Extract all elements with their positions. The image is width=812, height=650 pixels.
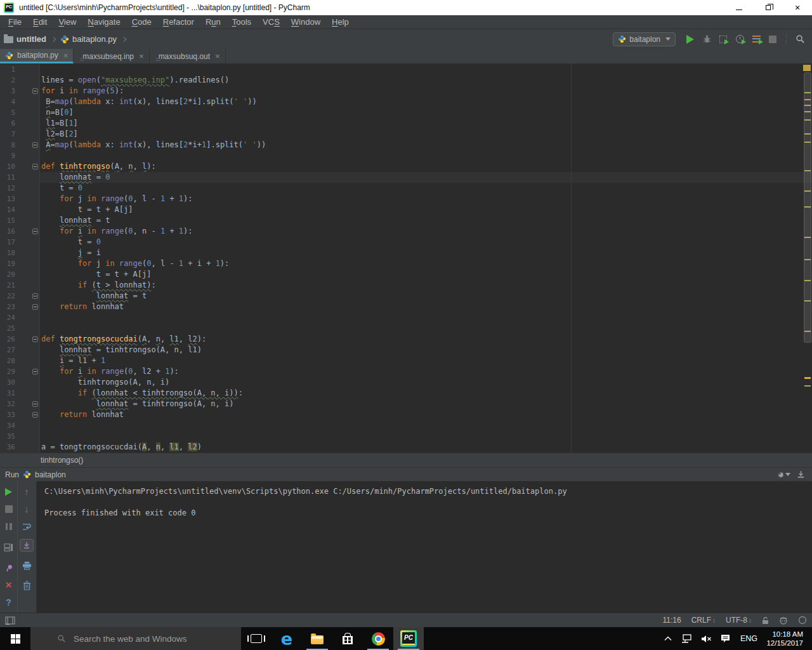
run-console-output[interactable]: C:\Users\minh\PycharmProjects\untitled\v… [37,481,812,613]
warning-stripe-mark[interactable] [804,385,811,387]
down-stack-button[interactable]: ↓ [20,503,33,515]
code-line[interactable]: 32 lonnhat = tinhtrongso(A, n, i) [0,399,812,409]
code-line[interactable]: 8 A=map(lambda x: int(x), lines[2*i+1].s… [0,140,812,150]
taskbar-search-box[interactable]: Search the web and Windows [30,627,241,650]
warning-stripe-mark[interactable] [804,133,811,135]
minimize-button[interactable] [724,0,754,15]
warning-stripe-mark[interactable] [804,111,811,112]
up-stack-button[interactable]: ↑ [20,486,33,498]
menu-window[interactable]: Window [285,16,326,28]
soft-wrap-button[interactable] [20,521,33,532]
code-line[interactable]: 7 l2=B[2] [0,129,812,140]
menu-refactor[interactable]: Refactor [157,16,200,28]
fold-marker-icon[interactable] [32,164,38,169]
code-line[interactable]: 27 lonnhat = tinhtrongso(A, n, l1) [0,345,812,355]
code-line[interactable]: 1 [0,64,812,75]
menu-edit[interactable]: Edit [27,16,53,28]
code-line[interactable]: 23 return lonnhat [0,302,812,312]
debug-button[interactable] [698,32,715,47]
stop-button[interactable] [3,503,15,515]
warning-stripe-mark[interactable] [804,99,811,100]
clear-all-button[interactable] [20,580,33,591]
code-line[interactable]: 10def tinhtrongso(A, n, l): [0,161,812,172]
breadcrumb-project[interactable]: untitled [4,34,46,44]
task-view-button[interactable] [241,627,272,650]
run-button[interactable] [682,32,698,47]
taskbar-clock[interactable]: 10:18 AM 12/15/2017 [764,630,808,647]
menu-code[interactable]: Code [126,16,157,28]
code-line[interactable]: 33 return lonnhat [0,409,812,420]
lock-toggle[interactable] [762,616,769,625]
rerun-button[interactable] [3,486,15,498]
code-line[interactable]: 4 B=map(lambda x: int(x), lines[2*i].spl… [0,96,812,107]
store-button[interactable] [332,627,363,650]
event-log-button[interactable] [798,616,807,625]
code-line[interactable]: 12 t = 0 [0,183,812,194]
help-button[interactable]: ? [3,597,15,608]
caret-position[interactable]: 11:16 [663,616,681,625]
hide-panel-button[interactable] [794,469,807,481]
warning-stripe-mark[interactable] [804,237,811,238]
pin-button[interactable] [3,562,15,574]
language-indicator[interactable]: ENG [736,634,761,643]
run-configurations-button[interactable] [748,32,764,47]
code-line[interactable]: 14 t = t + A[j] [0,204,812,215]
menu-help[interactable]: Help [326,16,355,28]
network-button[interactable] [679,634,695,643]
warning-stripe-mark[interactable] [804,206,811,208]
warning-stripe-mark[interactable] [804,92,811,93]
action-center-button[interactable] [717,634,733,643]
editor-scrollbar-thumb[interactable] [804,72,811,343]
menu-file[interactable]: File [3,16,27,28]
profiler-button[interactable] [731,32,748,47]
warning-stripe-mark[interactable] [804,119,811,121]
edge-button[interactable]: e [272,627,302,650]
code-line[interactable]: 31 if (lonnhat < tinhtrongso(A, n, i)): [0,388,812,399]
warning-stripe-mark[interactable] [804,280,811,281]
hidden-icons-button[interactable] [660,636,676,641]
hector-inspector[interactable] [779,616,788,625]
code-line[interactable]: 22 lonnhat = t [0,291,812,302]
code-line[interactable]: 9 [0,150,812,161]
code-line[interactable]: 5 n=B[0] [0,107,812,118]
run-configuration-select[interactable]: baitaplon [613,32,676,46]
code-line[interactable]: 24 [0,312,812,323]
tab-maxsubsuq.out[interactable]: maxsubsuq.out× [150,49,226,63]
toggle-toolwindows-button[interactable] [5,616,15,625]
code-line[interactable]: 2lines = open("maxsubseq.inp").readlines… [0,75,812,86]
fold-marker-icon[interactable] [32,293,38,299]
fold-marker-icon[interactable] [32,336,38,342]
warning-stripe-mark[interactable] [804,377,811,379]
code-line[interactable]: 25 [0,323,812,334]
code-line[interactable]: 16 for i in range(0, n - 1 + 1): [0,226,812,237]
close-button[interactable]: × [783,0,812,15]
code-line[interactable]: 36a = tongtrongsocucdai(A, n, l1, l2) [0,442,812,453]
fold-marker-icon[interactable] [32,412,38,418]
fold-marker-icon[interactable] [32,142,38,148]
close-button[interactable]: × [3,580,15,591]
pause-button[interactable] [3,521,15,532]
code-line[interactable]: 29 for i in range(0, l2 + 1): [0,366,812,377]
editor-breadcrumbs[interactable]: tinhtrongso() [0,453,812,467]
warning-stripe-mark[interactable] [804,170,811,171]
code-line[interactable]: 35 [0,431,812,442]
warning-stripe-mark[interactable] [804,331,811,332]
tab-close-icon[interactable]: × [139,51,144,61]
chrome-button[interactable] [363,627,393,650]
code-line[interactable]: 21 if (t > lonnhat): [0,280,812,291]
settings-button[interactable] [778,469,790,481]
restore-button[interactable] [754,0,783,15]
run-tab-label[interactable]: baitaplon [35,470,66,479]
code-line[interactable]: 20 t = t + A[j] [0,269,812,280]
code-line[interactable]: 30 tinhtrongso(A, n, i) [0,377,812,388]
tab-maxsubseq.inp[interactable]: maxsubseq.inp× [74,49,149,63]
encoding-selector[interactable]: UTF-8↕ [726,616,752,625]
search-everywhere-button[interactable] [792,32,808,47]
menu-view[interactable]: View [53,16,82,28]
code-line[interactable]: 34 [0,420,812,431]
code-line[interactable]: 18 j = i [0,248,812,258]
warning-stripe-mark[interactable] [804,190,811,192]
fold-marker-icon[interactable] [32,88,38,94]
warning-stripe-mark[interactable] [804,300,811,302]
code-line[interactable]: 11 lonnhat = 0 [0,172,812,183]
